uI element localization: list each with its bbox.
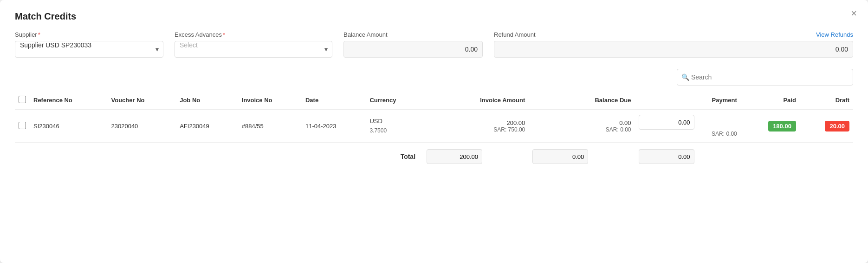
col-currency: Currency (366, 91, 423, 110)
excess-select[interactable]: Select (175, 41, 332, 58)
refund-amount-label: Refund Amount (494, 31, 536, 38)
col-invoice-no: Invoice No (238, 91, 302, 110)
cell-job-no: AFI230049 (176, 110, 238, 142)
refund-amount-group: Refund Amount View Refunds (494, 31, 853, 58)
match-credits-modal: Match Credits × Supplier* Supplier USD S… (0, 0, 868, 263)
row-checkbox[interactable] (19, 122, 26, 129)
cell-invoice-amount: 200.00 SAR: 750.00 (423, 110, 529, 142)
modal-title: Match Credits (15, 11, 853, 22)
cell-balance-due: 0.00 SAR: 0.00 (529, 110, 635, 142)
balance-amount-input (343, 41, 483, 58)
table-header-row: Reference No Voucher No Job No Invoice N… (15, 91, 853, 110)
total-payment (635, 142, 741, 169)
cell-payment: SAR: 0.00 (635, 110, 741, 142)
paid-badge: 180.00 (768, 121, 796, 132)
excess-select-wrapper[interactable]: Select (175, 41, 332, 58)
total-invoice-amount-input (427, 149, 482, 164)
search-row: 🔍 (15, 69, 853, 85)
cell-paid: 180.00 (741, 110, 800, 142)
cell-reference-no: SI230046 (30, 110, 108, 142)
search-wrapper: 🔍 (677, 69, 853, 85)
col-draft: Draft (800, 91, 853, 110)
cell-voucher-no: 23020040 (108, 110, 176, 142)
col-reference-no: Reference No (30, 91, 108, 110)
cell-date: 11-04-2023 (302, 110, 366, 142)
refund-amount-input (494, 41, 853, 58)
total-balance-due-input (532, 149, 588, 164)
cell-invoice-no: #884/55 (238, 110, 302, 142)
supplier-label: Supplier* (15, 31, 163, 38)
form-row: Supplier* Supplier USD SP230033 Excess A… (15, 31, 853, 58)
supplier-select[interactable]: Supplier USD SP230033 (15, 41, 163, 58)
table-row: SI230046 23020040 AFI230049 #884/55 11-0… (15, 110, 853, 142)
total-row: Total (15, 142, 853, 169)
col-voucher-no: Voucher No (108, 91, 176, 110)
search-input[interactable] (677, 69, 853, 85)
total-paid-empty (741, 142, 800, 169)
col-date: Date (302, 91, 366, 110)
supplier-group: Supplier* Supplier USD SP230033 (15, 31, 163, 58)
col-balance-due: Balance Due (529, 91, 635, 110)
total-draft-empty (800, 142, 853, 169)
col-job-no: Job No (176, 91, 238, 110)
cell-draft: 20.00 (800, 110, 853, 142)
select-all-checkbox[interactable] (19, 96, 26, 103)
col-payment: Payment (635, 91, 741, 110)
payment-input[interactable] (639, 115, 694, 130)
balance-amount-label: Balance Amount (343, 31, 483, 38)
payment-sar: SAR: 0.00 (639, 131, 737, 137)
excess-advances-group: Excess Advances* Select (175, 31, 332, 58)
col-invoice-amount: Invoice Amount (423, 91, 529, 110)
total-invoice-amount (423, 142, 529, 169)
col-checkbox (15, 91, 30, 110)
table-container: Reference No Voucher No Job No Invoice N… (15, 91, 853, 169)
row-checkbox-cell (15, 110, 30, 142)
total-payment-input (639, 149, 694, 164)
draft-badge: 20.00 (825, 121, 849, 132)
search-icon: 🔍 (681, 73, 689, 81)
supplier-select-wrapper[interactable]: Supplier USD SP230033 (15, 41, 163, 58)
col-paid: Paid (741, 91, 800, 110)
total-label: Total (15, 142, 423, 169)
view-refunds-link[interactable]: View Refunds (816, 31, 853, 38)
excess-advances-label: Excess Advances* (175, 31, 332, 38)
total-balance-due (529, 142, 635, 169)
close-button[interactable]: × (851, 8, 857, 19)
balance-amount-group: Balance Amount (343, 31, 483, 58)
invoices-table: Reference No Voucher No Job No Invoice N… (15, 91, 853, 169)
cell-currency: USD 3.7500 (366, 110, 423, 142)
